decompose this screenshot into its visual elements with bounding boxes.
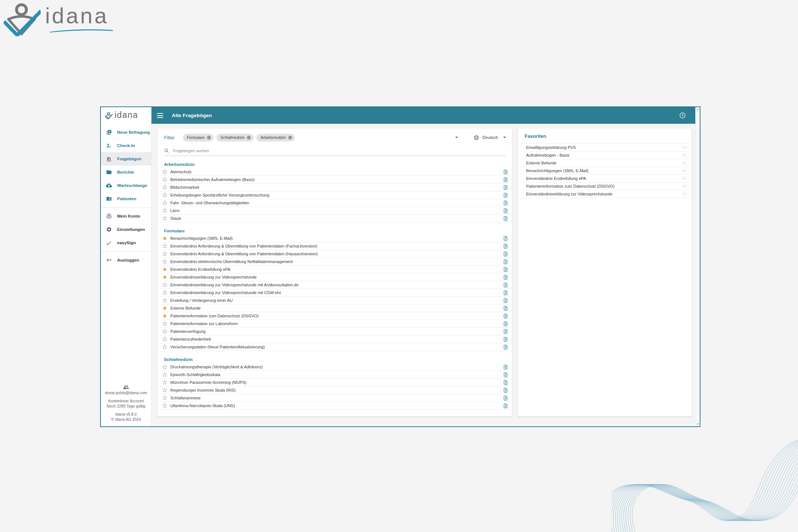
questionnaire-row[interactable]: Externe Befunde [157,304,512,312]
preview-document-icon[interactable] [503,313,508,319]
help-icon[interactable]: ? [679,112,686,119]
star-filled-icon[interactable] [162,267,167,272]
preview-document-icon[interactable] [503,200,508,206]
star-outline-icon[interactable] [162,298,167,303]
favorite-row[interactable]: Einverständnis Erstbefüllung ePA [518,175,692,183]
star-outline-icon[interactable] [162,200,167,205]
favorite-row[interactable]: Externe Befunde [518,159,692,167]
star-filled-icon[interactable] [162,274,167,280]
questionnaire-row[interactable]: Einverständniserklärung zur Videosprechs… [157,289,512,297]
star-filled-icon[interactable] [162,306,167,311]
questionnaire-row[interactable]: Patientenverfügung [157,328,512,335]
preview-document-icon[interactable] [503,259,508,265]
questionnaire-row[interactable]: Einverständniserklärung zur Videosprechs… [157,281,512,289]
scroll-down-icon[interactable] [697,423,699,425]
preview-document-icon[interactable] [503,372,508,378]
questionnaire-row[interactable]: Patienteninformation zum Datenschutz (DS… [157,312,512,320]
questionnaire-row[interactable]: Druckatmungstherapie (Verträglichkeit & … [157,363,512,371]
hamburger-icon[interactable] [157,113,163,118]
questionnaire-row[interactable]: Einverständnis Erstbefüllung ePA [157,266,512,273]
star-outline-icon[interactable] [162,216,167,221]
language-caret-icon[interactable] [503,137,506,138]
preview-document-icon[interactable] [503,216,508,221]
preview-document-icon[interactable] [503,306,508,311]
questionnaire-row[interactable]: Einverständnis elektronische Übermittlun… [157,258,512,266]
questionnaire-row[interactable]: Regensburger Insomnie Skala (RIS) [157,386,512,394]
preview-document-icon[interactable] [503,344,508,350]
questionnaire-row[interactable]: Bildschirmarbeit [157,184,512,191]
sidebar-item-easysign[interactable]: easySign [101,236,151,249]
star-outline-icon[interactable] [162,185,167,190]
favorite-row[interactable]: Patienteninformation zum Datenschutz (DS… [518,183,692,190]
search-input[interactable] [173,149,506,153]
scrollbar[interactable] [695,107,700,426]
star-outline-icon[interactable] [162,169,167,174]
preview-document-icon[interactable] [503,236,508,241]
preview-document-icon[interactable] [503,282,508,288]
sidebar-item-warteschlange[interactable]: Warteschlange [101,179,151,192]
preview-document-icon[interactable] [503,388,508,393]
sidebar-item-ausloggen[interactable]: Ausloggen [101,253,151,267]
favorite-row[interactable]: Aufnahmebogen - Basis [518,151,692,159]
questionnaire-row[interactable]: Erhebungsbogen Sportärztliche Vorsorgeun… [157,191,512,199]
sidebar-item-neue-befragung[interactable]: Neue Befragung [101,126,151,139]
language-value[interactable]: Deutsch [482,135,498,140]
star-outline-icon[interactable] [162,372,167,377]
questionnaire-row[interactable]: Epworth-Schläfrigkeitsskala [157,371,512,379]
star-outline-icon[interactable] [162,208,167,213]
star-outline-icon[interactable] [162,177,167,182]
filter-chip-arbeitsmedizin[interactable]: Arbeitsmedizin [256,134,295,141]
preview-document-icon[interactable] [503,274,508,280]
star-outline-icon[interactable] [162,192,167,198]
star-outline-icon[interactable] [162,321,167,326]
questionnaire-row[interactable]: Einverständnis Anforderung & Übermittlun… [157,242,512,250]
favorite-row[interactable]: Einwilligungserklärung PVS [518,144,692,151]
favorite-row[interactable]: Einverständniserklärung zur Videosprechs… [518,190,692,198]
preview-document-icon[interactable] [503,395,508,401]
preview-document-icon[interactable] [503,380,508,385]
questionnaire-row[interactable]: Ullanlinna-Narcolepsie-Skala (UNS) [157,402,512,410]
sidebar-item-berichte[interactable]: Berichte [101,166,151,179]
questionnaire-row[interactable]: Einverständnis Anforderung & Übermittlun… [157,250,512,258]
star-filled-icon[interactable] [162,236,167,241]
questionnaire-row[interactable]: Patienteninformation zur Laborreform [157,320,512,328]
questionnaire-row[interactable]: Staub [157,215,512,222]
sidebar-item-einstellungen[interactable]: Einstellungen [101,223,151,236]
questionnaire-row[interactable]: Betriebsmedizinischer Aufnahmebogen (Bas… [157,176,512,184]
questionnaire-row[interactable]: Erstellung / Verlängerung einer AU [157,297,512,304]
drag-handle-icon[interactable] [682,153,687,158]
preview-document-icon[interactable] [503,251,508,257]
preview-document-icon[interactable] [503,208,508,214]
questionnaire-row[interactable]: Lärm [157,207,512,215]
star-outline-icon[interactable] [162,344,167,349]
questionnaire-row[interactable]: Benachrichtigungen (SMS, E-Mail) [157,235,512,242]
star-outline-icon[interactable] [162,251,167,256]
questionnaire-row[interactable]: Atemschutz [157,168,512,176]
close-circle-icon[interactable] [246,135,251,140]
drag-handle-icon[interactable] [682,184,687,189]
filter-chip-schlafmedizin[interactable]: Schlafmedizin [216,134,253,141]
sidebar-item-frageboegen[interactable]: Fragebögen [101,152,151,166]
preview-document-icon[interactable] [503,298,508,303]
filter-dropdown-caret-icon[interactable] [455,137,458,138]
star-outline-icon[interactable] [162,364,167,369]
drag-handle-icon[interactable] [682,168,687,173]
sidebar-item-check-in[interactable]: Check-In [101,139,151,152]
preview-document-icon[interactable] [503,321,508,327]
star-filled-icon[interactable] [162,313,167,318]
scroll-up-icon[interactable] [697,109,699,110]
star-outline-icon[interactable] [162,388,167,393]
star-outline-icon[interactable] [162,243,167,249]
questionnaire-row[interactable]: Einverständniserklärung zur Videosprechs… [157,273,512,281]
drag-handle-icon[interactable] [682,176,687,181]
preview-document-icon[interactable] [503,403,508,409]
close-circle-icon[interactable] [288,135,293,140]
sidebar-item-mein-konto[interactable]: Mein Konto [101,209,151,223]
star-outline-icon[interactable] [162,380,167,385]
drag-handle-icon[interactable] [682,160,687,166]
questionnaire-row[interactable]: Versicherungsdaten (Neue Patienten/Aktua… [157,343,512,351]
star-outline-icon[interactable] [162,329,167,334]
star-outline-icon[interactable] [162,290,167,295]
star-outline-icon[interactable] [162,337,167,342]
star-outline-icon[interactable] [162,395,167,400]
